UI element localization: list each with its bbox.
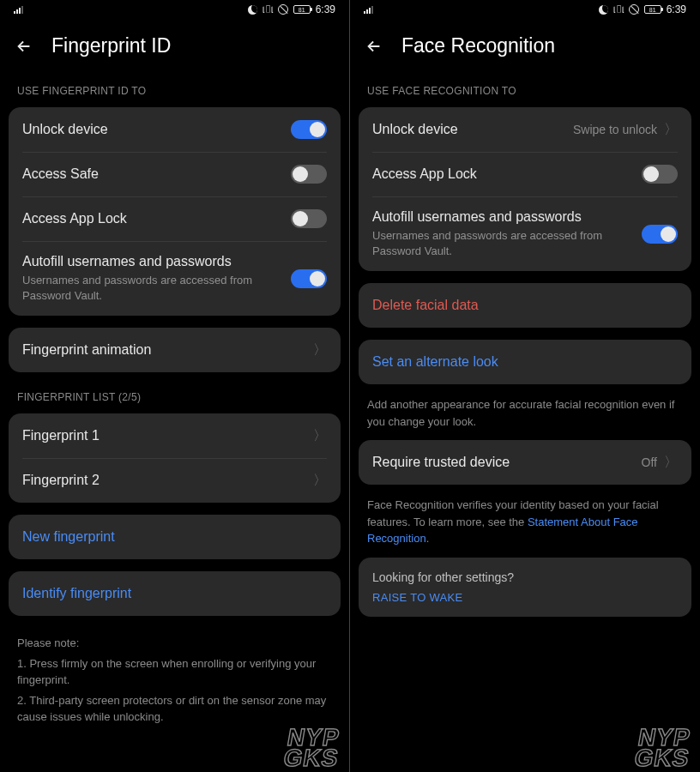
label: Unlock device (372, 122, 573, 137)
fingerprint-list-card: Fingerprint 1 〉 Fingerprint 2 〉 (9, 413, 341, 503)
moon-icon (248, 5, 257, 15)
row-unlock-device[interactable]: Unlock device Swipe to unlock 〉 (359, 107, 691, 152)
toggle-safe[interactable] (291, 165, 327, 184)
chevron-right-icon: 〉 (313, 427, 327, 445)
disclaimer: Face Recognition verifies your identity … (359, 497, 691, 558)
battery-icon: 81 (293, 5, 311, 14)
label: Access App Lock (22, 211, 291, 226)
row-fingerprint-1[interactable]: Fingerprint 1 〉 (9, 413, 341, 458)
row-unlock-device[interactable]: Unlock device (9, 107, 341, 152)
row-require-trusted-device[interactable]: Require trusted device Off 〉 (359, 440, 691, 485)
section-use-label: USE FINGERPRINT ID TO (9, 78, 341, 107)
chevron-right-icon: 〉 (664, 454, 678, 472)
row-access-safe[interactable]: Access Safe (9, 152, 341, 196)
toggle-autofill[interactable] (291, 269, 327, 288)
sublabel: Usernames and passwords are accessed fro… (22, 273, 291, 303)
row-access-applock[interactable]: Access App Lock (9, 196, 341, 241)
chevron-right-icon: 〉 (313, 341, 327, 359)
use-card: Unlock device Access Safe Access App Loc… (9, 107, 341, 316)
label: Require trusted device (372, 455, 642, 470)
label: Access Safe (22, 166, 291, 182)
tips-heading: Looking for other settings? (372, 570, 678, 584)
toggle-applock[interactable] (642, 165, 678, 184)
row-autofill[interactable]: Autofill usernames and passwords Usernam… (9, 241, 341, 316)
trusted-device-card: Require trusted device Off 〉 (359, 440, 691, 485)
delete-facial-card: Delete facial data (359, 283, 691, 328)
dnd-icon (629, 4, 639, 15)
chevron-right-icon: 〉 (664, 121, 678, 139)
header: Fingerprint ID (0, 19, 349, 78)
clock: 6:39 (667, 3, 686, 15)
identify-fingerprint-card: Identify fingerprint (9, 571, 341, 616)
label: Fingerprint 2 (22, 473, 310, 488)
label: Fingerprint 1 (22, 428, 310, 443)
label: Fingerprint animation (22, 342, 310, 358)
moon-icon (599, 5, 608, 15)
dnd-icon (278, 4, 288, 15)
label: Access App Lock (372, 166, 642, 182)
note-1: 1. Press firmly on the screen when enrol… (17, 655, 332, 689)
label: Autofill usernames and passwords (372, 209, 642, 225)
label: Unlock device (22, 122, 291, 137)
toggle-autofill[interactable] (642, 225, 678, 244)
alternate-look-card: Set an alternate look (359, 340, 691, 384)
note-2: 2. Third-party screen protectors or dirt… (17, 692, 332, 726)
label: Delete facial data (372, 298, 678, 313)
watermark: NYPGKS (282, 727, 344, 769)
face-recognition-screen: ୲▯୲ 81 6:39 Face Recognition USE FACE RE… (350, 0, 700, 772)
row-set-alternate-look[interactable]: Set an alternate look (359, 340, 691, 384)
signal-icon (14, 6, 23, 14)
tips-card: Looking for other settings? RAISE TO WAK… (359, 558, 691, 617)
label: New fingerprint (22, 529, 327, 545)
toggle-unlock[interactable] (291, 120, 327, 139)
fingerprint-screen: ୲▯୲ 81 6:39 Fingerprint ID USE FINGERPRI… (0, 0, 350, 772)
use-card: Unlock device Swipe to unlock 〉 Access A… (359, 107, 691, 271)
row-autofill[interactable]: Autofill usernames and passwords Usernam… (359, 196, 691, 271)
animation-card: Fingerprint animation 〉 (9, 328, 341, 372)
note-heading: Please note: (17, 635, 332, 652)
fingerprint-list-label: FINGERPRINT LIST (2/5) (9, 384, 341, 413)
signal-icon (364, 6, 373, 14)
battery-icon: 81 (644, 5, 661, 14)
alternate-look-helper: Add another appearance for accurate faci… (359, 396, 691, 440)
value: Swipe to unlock (573, 123, 657, 136)
vibrate-icon: ୲▯୲ (262, 3, 273, 15)
sublabel: Usernames and passwords are accessed fro… (372, 228, 642, 258)
new-fingerprint-card: New fingerprint (9, 515, 341, 559)
value: Off (642, 455, 657, 469)
back-button[interactable] (364, 36, 384, 57)
label: Identify fingerprint (22, 586, 327, 601)
note-block: Please note: 1. Press firmly on the scre… (9, 628, 341, 726)
raise-to-wake-link[interactable]: RAISE TO WAKE (372, 591, 678, 604)
row-fingerprint-animation[interactable]: Fingerprint animation 〉 (9, 328, 341, 372)
page-title: Fingerprint ID (51, 34, 171, 57)
status-bar: ୲▯୲ 81 6:39 (350, 0, 700, 19)
header: Face Recognition (350, 19, 700, 78)
row-new-fingerprint[interactable]: New fingerprint (9, 515, 341, 559)
back-button[interactable] (14, 36, 34, 57)
watermark: NYPGKS (633, 727, 695, 769)
toggle-applock[interactable] (291, 209, 327, 228)
row-delete-facial-data[interactable]: Delete facial data (359, 283, 691, 328)
row-identify-fingerprint[interactable]: Identify fingerprint (9, 571, 341, 616)
status-bar: ୲▯୲ 81 6:39 (0, 0, 349, 19)
clock: 6:39 (316, 3, 335, 15)
vibrate-icon: ୲▯୲ (613, 3, 624, 15)
row-fingerprint-2[interactable]: Fingerprint 2 〉 (9, 458, 341, 503)
chevron-right-icon: 〉 (313, 472, 327, 490)
page-title: Face Recognition (401, 34, 555, 57)
row-access-applock[interactable]: Access App Lock (359, 152, 691, 196)
label: Autofill usernames and passwords (22, 254, 291, 269)
section-use-label: USE FACE RECOGNITION TO (359, 78, 691, 107)
tips-row[interactable]: Looking for other settings? RAISE TO WAK… (359, 558, 691, 617)
label: Set an alternate look (372, 354, 678, 370)
